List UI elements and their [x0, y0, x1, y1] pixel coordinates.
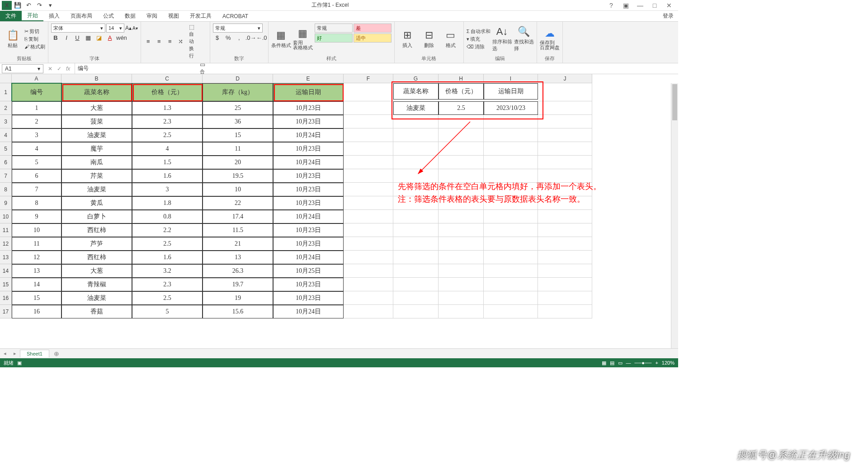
- autosum-button[interactable]: Σ 自动求和: [467, 28, 491, 35]
- cell-F7[interactable]: [344, 169, 393, 183]
- sheet-tab-1[interactable]: Sheet1: [20, 350, 49, 357]
- cell-J13[interactable]: [538, 251, 592, 264]
- cell-H3[interactable]: [439, 115, 484, 128]
- paste-button[interactable]: 📋粘贴: [3, 24, 23, 54]
- cell-F2[interactable]: [344, 101, 393, 115]
- cancel-icon[interactable]: ✕: [48, 66, 52, 72]
- number-format-select[interactable]: 常规▾: [213, 24, 263, 33]
- cell-E7[interactable]: 10月23日: [273, 169, 344, 183]
- tab-data[interactable]: 数据: [119, 11, 141, 21]
- cell-F5[interactable]: [344, 142, 393, 156]
- rowhead-11[interactable]: 11: [0, 223, 12, 237]
- cell-A14[interactable]: 13: [12, 264, 61, 278]
- tab-review[interactable]: 审阅: [141, 11, 163, 21]
- cell-C12[interactable]: 2.5: [132, 237, 203, 251]
- delete-button[interactable]: ⊟删除: [419, 24, 439, 54]
- cell-D13[interactable]: 13: [203, 251, 273, 264]
- cell-C13[interactable]: 1.6: [132, 251, 203, 264]
- cell-E8[interactable]: 10月23日: [273, 183, 344, 196]
- cell-D8[interactable]: 10: [203, 183, 273, 196]
- fx-icon[interactable]: fx: [66, 66, 70, 72]
- style-neutral[interactable]: 适中: [354, 33, 392, 43]
- rowhead-17[interactable]: 17: [0, 305, 12, 318]
- cell-H1[interactable]: 价格（元）: [439, 83, 484, 100]
- cell-G6[interactable]: [393, 156, 439, 169]
- cell-E10[interactable]: 10月24日: [273, 210, 344, 223]
- rowhead-6[interactable]: 6: [0, 156, 12, 169]
- cell-G4[interactable]: [393, 128, 439, 142]
- cell-H10[interactable]: [439, 210, 484, 223]
- qat-save-icon[interactable]: 💾: [13, 1, 23, 10]
- cell-G13[interactable]: [393, 251, 439, 264]
- italic-button[interactable]: I: [62, 34, 71, 41]
- formula-input[interactable]: 编号: [75, 63, 678, 74]
- font-name-select[interactable]: 宋体▾: [51, 24, 105, 33]
- zoom-value[interactable]: 120%: [662, 360, 675, 366]
- cell-J10[interactable]: [538, 210, 592, 223]
- cell-B10[interactable]: 白萝卜: [61, 210, 132, 223]
- wrap-button[interactable]: ⬚ 自动换行: [187, 24, 196, 59]
- scroll-thumb[interactable]: [672, 84, 677, 120]
- cell-C4[interactable]: 2.5: [132, 128, 203, 142]
- cell-D9[interactable]: 22: [203, 196, 273, 210]
- col-C[interactable]: C: [132, 74, 203, 83]
- cell-C7[interactable]: 1.6: [132, 169, 203, 183]
- cell-I14[interactable]: [484, 264, 538, 278]
- cell-B4[interactable]: 油麦菜: [61, 128, 132, 142]
- view-layout-icon[interactable]: ▤: [610, 360, 614, 366]
- cell-I2[interactable]: 2023/10/23: [484, 101, 538, 115]
- cell-G17[interactable]: [393, 305, 439, 318]
- cell-D4[interactable]: 15: [203, 128, 273, 142]
- cell-G10[interactable]: [393, 210, 439, 223]
- cell-I3[interactable]: [484, 115, 538, 128]
- sheet-nav-prev-icon[interactable]: ◂: [0, 351, 10, 356]
- cell-I5[interactable]: [484, 142, 538, 156]
- col-I[interactable]: I: [484, 74, 538, 83]
- grid[interactable]: A B C D E F G H I J 1 编号 蔬菜名称 价格（元） 库存（k…: [0, 74, 678, 348]
- cell-J2[interactable]: [538, 101, 592, 115]
- cell-J16[interactable]: [538, 291, 592, 305]
- cell-D1[interactable]: 库存（kg）: [203, 83, 273, 101]
- cell-F16[interactable]: [344, 291, 393, 305]
- cell-C5[interactable]: 4: [132, 142, 203, 156]
- new-sheet-icon[interactable]: ⊕: [49, 350, 64, 357]
- cell-F3[interactable]: [344, 115, 393, 128]
- cell-E6[interactable]: 10月24日: [273, 156, 344, 169]
- qat-redo-icon[interactable]: ↷: [34, 1, 44, 10]
- cut-button[interactable]: ✂ 剪切: [24, 28, 45, 35]
- cell-H13[interactable]: [439, 251, 484, 264]
- cell-F10[interactable]: [344, 210, 393, 223]
- cell-B15[interactable]: 青辣椒: [61, 278, 132, 291]
- align-bot-icon[interactable]: ≡: [165, 38, 175, 45]
- cell-H14[interactable]: [439, 264, 484, 278]
- cell-B6[interactable]: 南瓜: [61, 156, 132, 169]
- cell-J4[interactable]: [538, 128, 592, 142]
- rowhead-15[interactable]: 15: [0, 278, 12, 291]
- minimize-icon[interactable]: —: [634, 2, 646, 9]
- cell-B13[interactable]: 西红柿: [61, 251, 132, 264]
- cell-E16[interactable]: 10月23日: [273, 291, 344, 305]
- tab-layout[interactable]: 页面布局: [65, 11, 98, 21]
- rowhead-1[interactable]: 1: [0, 83, 12, 101]
- cell-C6[interactable]: 1.5: [132, 156, 203, 169]
- cell-D5[interactable]: 11: [203, 142, 273, 156]
- cell-G3[interactable]: [393, 115, 439, 128]
- sheet-nav-next-icon[interactable]: ▸: [10, 351, 20, 356]
- cell-B14[interactable]: 大葱: [61, 264, 132, 278]
- cell-J14[interactable]: [538, 264, 592, 278]
- cell-E1[interactable]: 运输日期: [273, 83, 344, 101]
- cell-F8[interactable]: [344, 183, 393, 196]
- cell-F4[interactable]: [344, 128, 393, 142]
- cell-E3[interactable]: 10月23日: [273, 115, 344, 128]
- cell-H17[interactable]: [439, 305, 484, 318]
- close-icon[interactable]: ✕: [663, 2, 675, 9]
- login-link[interactable]: 登录: [663, 11, 678, 21]
- sort-button[interactable]: A↓排序和筛选: [492, 24, 512, 54]
- cell-C2[interactable]: 1.3: [132, 101, 203, 115]
- inc-decimal-icon[interactable]: .0→: [245, 34, 255, 41]
- cell-E11[interactable]: 10月23日: [273, 223, 344, 237]
- fill-button[interactable]: ▾ 填充: [467, 36, 491, 43]
- macro-icon[interactable]: ▣: [17, 360, 22, 366]
- cell-E12[interactable]: 10月23日: [273, 237, 344, 251]
- cell-G2[interactable]: 油麦菜: [393, 101, 439, 115]
